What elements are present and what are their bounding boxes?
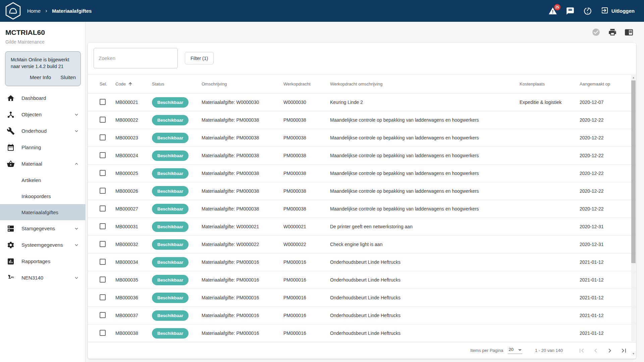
table-row[interactable]: MB000034BeschikbaarMateriaalafgifte: PM0… xyxy=(88,253,636,271)
row-checkbox[interactable] xyxy=(100,170,106,176)
cell-status: Beschikbaar xyxy=(152,236,202,253)
side-panel-icon[interactable] xyxy=(625,28,633,37)
row-checkbox[interactable] xyxy=(100,99,106,105)
sidebar-subitem-label: Artikelen xyxy=(21,177,41,183)
row-checkbox[interactable] xyxy=(100,312,106,318)
cell-select xyxy=(88,94,115,111)
sidebar-item-objecten[interactable]: Objecten xyxy=(0,106,86,123)
filter-button[interactable]: Filter (1) xyxy=(185,52,214,64)
column-header-werkopdracht-omschrijving[interactable]: Werkopdracht omschrijving xyxy=(330,75,520,94)
previous-page-button[interactable] xyxy=(591,346,600,355)
table-row[interactable]: MB000035BeschikbaarMateriaalafgifte: PM0… xyxy=(88,271,636,289)
sidebar-item-stamgegevens[interactable]: Stamgegevens xyxy=(0,220,86,237)
cell-select xyxy=(88,236,115,253)
row-checkbox[interactable] xyxy=(100,277,106,283)
row-checkbox[interactable] xyxy=(100,152,106,158)
table-scrollbar[interactable]: ▲ ▼ xyxy=(631,75,636,341)
sidebar-item-rapportages[interactable]: Rapportages xyxy=(0,253,86,269)
column-header-werkopdracht[interactable]: Werkopdracht xyxy=(283,75,330,94)
pagination-bar: Items per Pagina 20 1 - 20 van 140 xyxy=(88,342,636,359)
sidebar-item-nen3140[interactable]: NEN3140 xyxy=(0,269,86,286)
column-header-kostenplaats[interactable]: Kostenplaats xyxy=(520,75,580,94)
cell-werkopdracht: PM000016 xyxy=(283,271,330,289)
sidebar-subitem-artikelen[interactable]: Artikelen xyxy=(0,172,86,188)
warnings-icon[interactable]: 25 xyxy=(548,7,557,15)
row-checkbox[interactable] xyxy=(100,330,106,336)
table-row[interactable]: MB000027BeschikbaarMateriaalafgifte: PM0… xyxy=(88,200,636,218)
next-page-button[interactable] xyxy=(605,346,614,355)
row-checkbox[interactable] xyxy=(100,205,106,212)
table-row[interactable]: MB000031BeschikbaarMateriaalafgifte: W00… xyxy=(88,218,636,236)
mcmain-logo[interactable] xyxy=(5,2,21,20)
table-row[interactable]: MB000025BeschikbaarMateriaalafgifte: PM0… xyxy=(88,165,636,182)
cell-werkopdracht-omschrijving: Onderhoudsbeurt Linde Heftrucks xyxy=(330,324,520,342)
status-badge: Beschikbaar xyxy=(152,168,189,179)
close-notice-button[interactable]: Sluiten xyxy=(60,74,76,80)
row-checkbox[interactable] xyxy=(100,241,106,247)
cell-status: Beschikbaar xyxy=(152,165,202,182)
table-row[interactable]: MB000036BeschikbaarMateriaalafgifte: PM0… xyxy=(88,289,636,307)
table-row[interactable]: MB000024BeschikbaarMateriaalafgifte: PM0… xyxy=(88,147,636,165)
status-badge: Beschikbaar xyxy=(152,222,189,232)
sidebar-item-planning[interactable]: Planning xyxy=(0,139,86,156)
row-checkbox[interactable] xyxy=(100,259,106,265)
print-icon[interactable] xyxy=(608,28,617,37)
table-row[interactable]: MB000038BeschikbaarMateriaalafgifte: PM0… xyxy=(88,324,636,342)
sidebar-item-dashboard[interactable]: Dashboard xyxy=(0,90,86,106)
table-row[interactable]: MB000037BeschikbaarMateriaalafgifte: PM0… xyxy=(88,307,636,324)
update-notice-text: McMain Online is bijgewerkt naar versie … xyxy=(11,56,76,70)
sidebar-item-materiaal[interactable]: Materiaal xyxy=(0,156,86,172)
messages-icon[interactable] xyxy=(566,7,575,15)
row-checkbox[interactable] xyxy=(100,294,106,300)
cell-code: MB000038 xyxy=(115,324,152,342)
cell-status: Beschikbaar xyxy=(152,271,202,289)
column-header-omschrijving[interactable]: Omschrijving xyxy=(202,75,283,94)
last-page-button[interactable] xyxy=(619,346,629,355)
sidebar-subitem-materiaalafgiftes[interactable]: Materiaalafgiftes xyxy=(0,204,86,220)
column-header-code[interactable]: Code xyxy=(115,75,152,94)
cell-code: MB000026 xyxy=(115,182,152,200)
cell-werkopdracht: W0000021 xyxy=(283,218,330,236)
cell-select xyxy=(88,200,115,218)
cell-werkopdracht: W0000030 xyxy=(283,94,330,111)
scrollbar-thumb[interactable] xyxy=(631,80,636,263)
cell-kostenplaats xyxy=(520,307,580,324)
cell-omschrijving: Materiaalafgifte: PM000038 xyxy=(202,111,283,129)
row-checkbox[interactable] xyxy=(100,223,106,229)
column-header-status[interactable]: Status xyxy=(152,75,202,94)
cell-werkopdracht-omschrijving: Check engine light is aan xyxy=(330,236,520,253)
breadcrumb-home-link[interactable]: Home xyxy=(27,8,41,14)
column-header-aangemaakt-op[interactable]: Aangemaakt op xyxy=(580,75,636,94)
sidebar-item-onderhoud[interactable]: Onderhoud xyxy=(0,123,86,139)
confirm-selection-icon[interactable] xyxy=(592,28,600,37)
items-per-page-select[interactable]: 20 xyxy=(508,347,522,354)
row-checkbox[interactable] xyxy=(100,134,106,140)
cell-aangemaakt-op: 2020-12-31 xyxy=(580,218,636,236)
row-checkbox[interactable] xyxy=(100,117,106,123)
logout-button[interactable]: Uitloggen xyxy=(601,6,635,16)
sidebar-subitem-inkooporders[interactable]: Inkooporders xyxy=(0,188,86,204)
table-row[interactable]: MB000023BeschikbaarMateriaalafgifte: PM0… xyxy=(88,129,636,147)
cell-werkopdracht-omschrijving: Keuring Linde 2 xyxy=(330,94,520,111)
more-info-button[interactable]: Meer Info xyxy=(30,74,51,80)
cell-omschrijving: Materiaalafgifte: W0000021 xyxy=(202,218,283,236)
row-checkbox[interactable] xyxy=(100,188,106,194)
table-row[interactable]: MB000032BeschikbaarMateriaalafgifte: W00… xyxy=(88,236,636,253)
gear-icon xyxy=(7,241,15,249)
scrollbar-up-arrow[interactable]: ▲ xyxy=(631,75,636,80)
table-row[interactable]: MB000026BeschikbaarMateriaalafgifte: PM0… xyxy=(88,182,636,200)
cell-kostenplaats xyxy=(520,147,580,165)
table-row[interactable]: MB000021BeschikbaarMateriaalafgifte: W00… xyxy=(88,94,636,111)
cell-select xyxy=(88,307,115,324)
status-badge: Beschikbaar xyxy=(152,186,189,196)
first-page-button[interactable] xyxy=(577,346,586,355)
table-row[interactable]: MB000022BeschikbaarMateriaalafgifte: PM0… xyxy=(88,111,636,129)
org-name: MCTRIAL60 xyxy=(5,28,85,37)
search-input[interactable] xyxy=(94,48,178,68)
help-icon[interactable] xyxy=(583,7,592,15)
cell-werkopdracht: PM000038 xyxy=(283,182,330,200)
sidebar: MCTRIAL60 Gilde Maintenance McMain Onlin… xyxy=(0,22,86,362)
cell-kostenplaats xyxy=(520,289,580,307)
sidebar-item-systeemgegevens[interactable]: Systeemgegevens xyxy=(0,237,86,253)
cell-code: MB000021 xyxy=(115,94,152,111)
